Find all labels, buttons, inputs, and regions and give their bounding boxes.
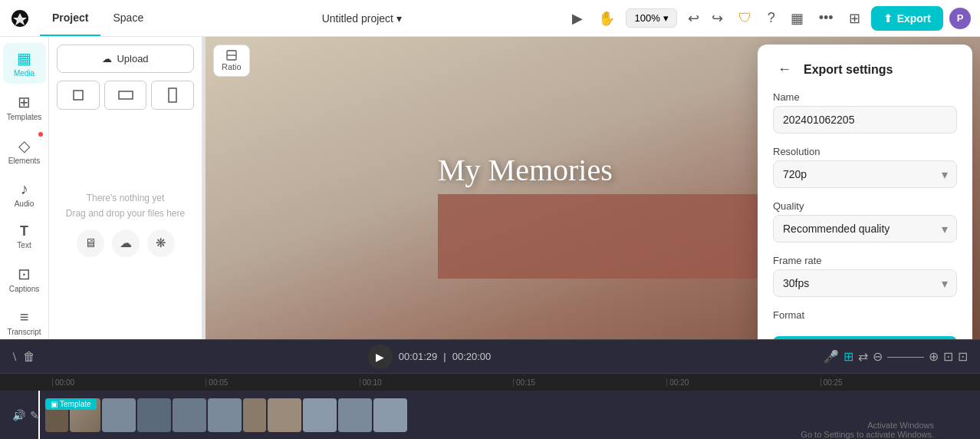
framerate-select-wrap: 30fps 24fps 60fps [773,269,957,297]
name-field-group: Name [773,91,957,134]
grid-overlay-icon[interactable]: ⊞ [844,349,853,364]
track-label-chip-text: Template [60,400,91,408]
help-icon[interactable]: ? [763,7,780,29]
shield-icon[interactable]: 🛡 [734,7,757,29]
ruler-mark-2: 00:10 [360,378,513,387]
microphone-icon[interactable]: 🎤 [824,349,839,364]
project-name-text: Untitled project [322,12,393,25]
track-thumb-10 [373,398,407,432]
swap-icon[interactable]: ⇄ [858,349,868,364]
export-panel: ← Export settings Name Resolution 720p 1… [758,45,972,339]
quality-field-group: Quality Recommended quality Low Medium H… [773,200,957,243]
export-button[interactable]: ⬆ Export [871,6,943,31]
play-button[interactable]: ▶ [368,345,393,369]
sidebar-item-templates-wrap: ⊞ Templates [3,87,46,127]
upload-desktop-button[interactable]: 🖥 [77,229,104,257]
tab-space[interactable]: Space [100,1,156,36]
name-label: Name [773,91,957,103]
main-content: ▦ Media ⊞ Templates ◇ Elements ♪ Audio T… [0,37,980,339]
topbar-right: ▶ ✋ 100% ▾ ↩ ↪ 🛡 ? ▦ ••• ⊞ ⬆ Export P [567,6,971,31]
sidebar-item-templates[interactable]: ⊞ Templates [3,87,46,127]
aspect-landscape-button[interactable] [104,81,147,110]
track-edit-buttons: 🔊 ✎ [6,409,45,421]
hand-tool-button[interactable]: ✋ [594,7,620,30]
text-icon: T [20,223,28,239]
track-row: 🔊 ✎ ▣ Template Activate W [0,391,980,439]
media-empty-state: There's nothing yet Drag and drop your f… [57,117,194,332]
topbar-tabs: Project Space [40,1,156,36]
timeline-left-controls: ⧵ 🗑 [12,350,35,364]
export-button-label: Export [897,12,931,25]
framerate-select[interactable]: 30fps 24fps 60fps [773,269,957,297]
topbar-left: Project Space [9,1,156,36]
more-options-icon[interactable]: ••• [814,7,838,29]
track-thumb-3 [137,398,171,432]
export-back-button[interactable]: ← [773,60,796,79]
topbar-center: Untitled project ▾ [322,12,402,25]
sidebar-item-media[interactable]: ▦ Media [3,43,46,84]
sidebar-item-elements[interactable]: ◇ Elements [3,130,46,171]
export-upload-icon: ⬆ [883,12,893,25]
total-time: 00:20:00 [452,351,492,362]
sidebar-item-captions[interactable]: ⊡ Captions [3,259,46,299]
aspect-buttons [57,81,194,110]
zoom-in-icon[interactable]: ⊕ [929,349,939,364]
project-name[interactable]: Untitled project ▾ [322,12,402,25]
quality-label: Quality [773,200,957,212]
timeline-ruler: 00:00 00:05 00:10 00:15 00:20 00:25 [0,374,980,391]
upload-other-button[interactable]: ❋ [147,229,175,257]
sidebar-item-label: Transcript [7,328,41,336]
aspect-portrait-button[interactable] [151,81,194,110]
ruler-mark-5: 00:25 [821,378,974,387]
time-separator: | [443,351,446,362]
redo-button[interactable]: ↪ [707,7,728,30]
tab-project[interactable]: Project [40,1,100,36]
framerate-label: Frame rate [773,255,957,266]
chevron-down-icon: ▾ [396,12,402,25]
aspect-square-button[interactable] [57,81,100,110]
ratio-label: Ratio [222,62,242,71]
upload-button[interactable]: ☁ Upload [57,45,194,73]
resolution-select-wrap: 720p 1080p 480p 4K [773,160,957,188]
chat-icon[interactable]: ⊡ [958,349,968,364]
resolution-select[interactable]: 720p 1080p 480p 4K [773,160,957,188]
sidebar: ▦ Media ⊞ Templates ◇ Elements ♪ Audio T… [0,37,49,339]
avatar[interactable]: P [949,8,971,29]
fullscreen-icon[interactable]: ⊡ [943,349,953,364]
quality-select[interactable]: Recommended quality Low Medium High [773,215,957,243]
upload-cloud-button[interactable]: ☁ [112,229,140,257]
zoom-slider[interactable]: ———— [887,352,924,362]
volume-icon[interactable]: 🔊 [12,409,25,421]
layout-icon[interactable]: ⊞ [844,7,865,30]
timeline-controls: ⧵ 🗑 ▶ 00:01:29 | 00:20:00 🎤 ⊞ ⇄ ⊖ ———— ⊕… [0,340,980,374]
grid-icon[interactable]: ▦ [786,7,808,30]
sidebar-item-transcript[interactable]: ≡ Transcript [3,302,46,339]
split-icon[interactable]: ⧵ [12,350,17,364]
track-content: ▣ Template [45,397,980,434]
edit-icon[interactable]: ✎ [30,409,39,421]
captions-icon: ⊡ [18,265,31,283]
format-field-group: Format [773,309,957,324]
resolution-label: Resolution [773,146,957,157]
zoom-out-icon[interactable]: ⊖ [873,349,883,364]
delete-icon[interactable]: 🗑 [23,350,35,364]
name-input[interactable] [773,106,957,134]
audio-icon: ♪ [21,180,28,198]
play-preview-button[interactable]: ▶ [567,7,587,30]
export-action-button[interactable]: Export [773,336,957,339]
resolution-field-group: Resolution 720p 1080p 480p 4K [773,146,957,188]
undo-button[interactable]: ↩ [683,7,704,30]
logo [9,8,31,29]
ratio-button[interactable]: Ratio [213,45,250,77]
track-thumb-7 [268,398,301,432]
svg-rect-4 [169,88,176,102]
empty-subtitle: Drag and drop your files here [66,208,185,219]
sidebar-item-label: Elements [8,157,41,165]
empty-title: There's nothing yet [87,193,165,203]
sidebar-item-text[interactable]: T Text [3,217,46,256]
sidebar-item-audio[interactable]: ♪ Audio [3,174,46,214]
sidebar-item-label: Audio [15,200,35,208]
zoom-control[interactable]: 100% ▾ [626,8,676,28]
transcript-icon: ≡ [20,309,29,326]
upload-cloud-icon: ☁ [102,53,112,64]
